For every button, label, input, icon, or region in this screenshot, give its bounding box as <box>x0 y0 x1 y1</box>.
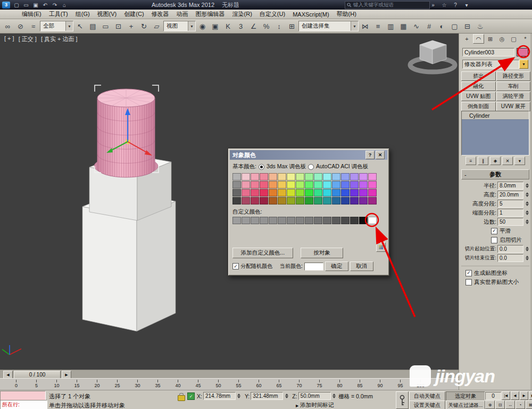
palette-swatch-48[interactable] <box>232 197 241 204</box>
y-spinner[interactable] <box>284 392 289 400</box>
edit-named-selection-sets-icon[interactable]: ⊞ <box>286 20 298 32</box>
angle-snap-toggle-icon[interactable]: ∠ <box>247 20 260 32</box>
custom-color-swatch-13[interactable] <box>350 217 359 224</box>
selection-filter-dropdown-arrow-icon[interactable]: ▼ <box>65 21 73 31</box>
palette-swatch-21[interactable] <box>278 181 286 189</box>
tab-utilities[interactable]: * <box>520 34 531 44</box>
palette-swatch-0[interactable] <box>232 173 241 181</box>
palette-swatch-28[interactable] <box>341 181 350 189</box>
palette-swatch-31[interactable] <box>368 181 377 189</box>
spinner[interactable] <box>525 209 529 217</box>
schematic-view-icon[interactable]: # <box>423 20 435 32</box>
menu-item-7[interactable]: 图形编辑器 <box>192 10 229 19</box>
search-input[interactable]: 键入关键字或短语 <box>345 1 430 9</box>
palette-swatch-53[interactable] <box>278 197 286 204</box>
palette-swatch-26[interactable] <box>323 181 331 189</box>
modifier-button-3[interactable]: 车削 <box>496 81 531 91</box>
spinner[interactable] <box>525 245 529 253</box>
palette-swatch-29[interactable] <box>350 181 359 189</box>
auto-key-button[interactable]: 自动关键点 <box>409 391 445 401</box>
mirror-icon[interactable]: ⋈ <box>359 20 371 32</box>
sides-field[interactable]: 50 <box>497 218 523 226</box>
palette-swatch-11[interactable] <box>332 173 340 181</box>
redo-icon[interactable]: ↷ <box>51 1 59 9</box>
modifier-stack[interactable]: Cylinder <box>461 111 529 156</box>
modifier-list-arrow-icon[interactable]: ▼ <box>519 60 528 69</box>
add-time-tag[interactable]: ▸添加时间标记 <box>296 402 334 409</box>
custom-color-swatch-7[interactable] <box>296 217 304 224</box>
pin-stack-icon[interactable]: ≡ <box>466 157 476 165</box>
rendered-frame-window-icon[interactable]: ⊟ <box>461 20 473 32</box>
undo-icon[interactable]: ↶ <box>41 1 49 9</box>
palette-swatch-6[interactable] <box>287 173 295 181</box>
menu-item-3[interactable]: 视图(V) <box>94 10 121 19</box>
add-color-picker-icon[interactable] <box>376 242 386 252</box>
time-slider-handle[interactable]: 0 / 100 <box>14 371 61 379</box>
select-by-name-icon[interactable]: ▤ <box>87 20 99 32</box>
spinner[interactable] <box>525 182 529 190</box>
keyboard-shortcut-override-icon[interactable]: K <box>222 20 234 32</box>
palette-swatch-9[interactable] <box>314 173 322 181</box>
palette-swatch-58[interactable] <box>323 197 331 204</box>
app-menu-icon[interactable]: 3 <box>2 2 10 9</box>
custom-color-swatch-10[interactable] <box>323 217 331 224</box>
custom-color-swatch-8[interactable] <box>305 217 313 224</box>
play-animation-icon[interactable]: ▶ <box>520 391 528 400</box>
named-selection-sets-dropdown[interactable]: 创建选择集▼ <box>298 21 359 31</box>
z-coordinate-field[interactable]: 50.0mm <box>298 392 331 400</box>
modifier-button-5[interactable]: 涡轮平滑 <box>496 92 531 101</box>
palette-swatch-62[interactable] <box>359 197 368 204</box>
orbit-icon[interactable]: ◔ <box>516 400 525 409</box>
curve-editor-icon[interactable]: ∿ <box>410 20 422 32</box>
palette-swatch-5[interactable] <box>278 173 286 181</box>
palette-swatch-50[interactable] <box>251 197 259 204</box>
box-objects[interactable] <box>82 153 176 331</box>
palette-swatch-49[interactable] <box>242 197 250 204</box>
palette-swatch-63[interactable] <box>368 197 377 204</box>
spinner[interactable] <box>525 191 529 199</box>
tab-motion[interactable]: ◎ <box>496 34 508 44</box>
new-scene-icon[interactable]: ▢ <box>12 1 21 9</box>
layer-manager-icon[interactable]: ▥ <box>385 20 397 32</box>
spinner[interactable] <box>525 200 529 208</box>
material-editor-icon[interactable]: ◐ <box>436 20 448 32</box>
palette-swatch-1[interactable] <box>242 173 250 181</box>
window-crossing-toggle-icon[interactable]: ⊡ <box>112 20 124 32</box>
palette-swatch-15[interactable] <box>368 173 377 181</box>
key-filters-button[interactable]: 关键点过滤器... <box>446 400 485 409</box>
custom-color-swatch-14[interactable] <box>359 217 368 224</box>
viewport-pov-menu[interactable]: [ 正交 ] <box>19 35 37 43</box>
cap-segments-field[interactable]: 1 <box>497 209 523 217</box>
palette-swatch-36[interactable] <box>269 189 277 197</box>
set-key-mode-button[interactable]: 设置关键点 <box>409 400 445 409</box>
zoom-icon[interactable]: ⊕ <box>485 400 495 409</box>
time-slider-track[interactable]: ◀ 0 / 100 ▶ <box>0 370 459 379</box>
palette-swatch-25[interactable] <box>314 181 322 189</box>
pan-icon[interactable]: ↔ <box>505 400 515 409</box>
custom-color-swatch-1[interactable] <box>242 217 250 224</box>
communication-center-icon[interactable]: ☆ <box>440 1 448 9</box>
palette-swatch-37[interactable] <box>278 189 286 197</box>
palette-swatch-18[interactable] <box>251 181 259 189</box>
y-coordinate-field[interactable]: 321.48mm <box>251 392 283 400</box>
select-and-link-icon[interactable]: ∞ <box>2 20 14 32</box>
select-object-icon[interactable]: ↖ <box>74 20 86 32</box>
x-coordinate-field[interactable]: 214.78mm <box>203 392 236 400</box>
zoom-extents-icon[interactable]: ⊡ <box>495 400 505 409</box>
parameters-rollout-header[interactable]: - 参数 <box>461 169 529 179</box>
dialog-close-button[interactable]: ✕ <box>376 151 385 159</box>
palette-swatch-54[interactable] <box>287 197 295 204</box>
menu-item-10[interactable]: MAXScript(M) <box>289 11 332 18</box>
palette-swatch-3[interactable] <box>260 173 268 181</box>
palette-swatch-23[interactable] <box>296 181 304 189</box>
palette-swatch-13[interactable] <box>350 173 359 181</box>
help-icon[interactable]: ? <box>451 1 460 9</box>
tab-modify[interactable]: ◠ <box>473 34 484 44</box>
render-setup-icon[interactable]: ▢ <box>448 20 461 32</box>
palette-swatch-27[interactable] <box>332 181 340 189</box>
stack-item-cylinder[interactable]: Cylinder <box>462 111 529 120</box>
tab-create[interactable]: + <box>461 34 472 44</box>
menu-item-8[interactable]: 渲染(R) <box>229 10 256 19</box>
palette-swatch-17[interactable] <box>242 181 250 189</box>
go-to-end-icon[interactable]: ▶| <box>529 391 532 400</box>
